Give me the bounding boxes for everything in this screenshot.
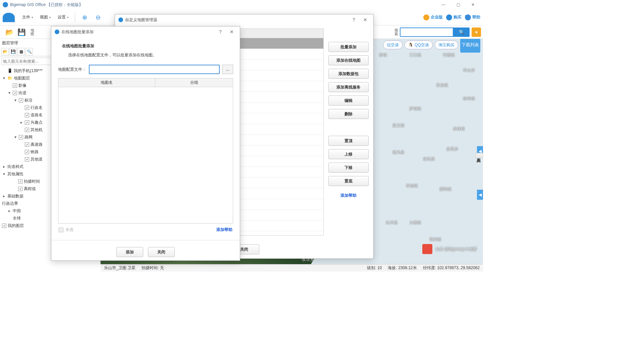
- status-time: 拍摄时间: 无: [142, 265, 164, 271]
- map-place-label: 简州镇: [429, 237, 441, 242]
- window-titlebar: Bigemap GIS Office 【已授权：全能版】 ― ▢ ✕: [0, 0, 483, 9]
- brand-logo-icon: [3, 13, 15, 22]
- separator: [75, 13, 75, 22]
- add-online-button[interactable]: 添加在线地图: [328, 55, 369, 65]
- manager-help-icon[interactable]: ?: [349, 15, 359, 24]
- move-up-button[interactable]: 上移: [328, 149, 369, 159]
- watermark: 头条 @Bigemap大地图: [422, 244, 476, 254]
- map-place-label: 三江镇: [409, 52, 421, 58]
- help-link[interactable]: ?帮助: [465, 14, 480, 20]
- map-label: 地 图: [29, 28, 36, 36]
- add-help-link[interactable]: 添加帮助: [216, 227, 232, 233]
- map-place-label: 罗城镇: [409, 106, 421, 112]
- search-label: 搜 索: [394, 28, 400, 36]
- manager-help-link[interactable]: 添加帮助: [328, 193, 369, 198]
- search-button[interactable]: 🔍: [453, 27, 470, 37]
- add-confirm-button[interactable]: 添加: [116, 247, 143, 257]
- add-help-icon[interactable]: ?: [216, 27, 225, 37]
- download-list-button[interactable]: 下载列表: [460, 39, 480, 53]
- menu-settings[interactable]: 设置▾: [55, 13, 71, 21]
- manager-title: 自定义地图管理器: [125, 17, 157, 23]
- add-table: 地图名 分组: [58, 78, 233, 224]
- zoom-out-icon[interactable]: ⊖: [92, 11, 104, 23]
- favorite-button[interactable]: ★: [472, 27, 481, 37]
- buy-link[interactable]: 购买: [446, 14, 462, 20]
- manager-close-icon[interactable]: ✕: [361, 15, 370, 24]
- menu-file[interactable]: 文件▾: [19, 13, 36, 21]
- window-title: Bigemap GIS Office 【已授权：全能版】: [10, 2, 83, 8]
- collapse-arrow-icon-2[interactable]: ◀: [477, 190, 483, 200]
- add-dialog-title: 在线地图批量添加: [61, 29, 94, 35]
- col-mapname: 地图名: [58, 78, 155, 87]
- map-place-label: 桥镇: [379, 52, 387, 58]
- edit-button[interactable]: 编辑: [328, 96, 369, 106]
- status-location: 乐山市_卫图 卫星: [104, 265, 136, 271]
- save-icon[interactable]: 💾: [17, 27, 26, 37]
- search-group: 搜 索 🔍: [394, 27, 470, 37]
- open-folder-icon[interactable]: 📂: [5, 27, 14, 37]
- zoom-in-icon[interactable]: ⊕: [78, 11, 91, 23]
- browse-button[interactable]: ...: [222, 65, 233, 74]
- select-tool-icon[interactable]: ▦: [17, 48, 25, 55]
- map-place-label: 金花乡: [446, 146, 458, 152]
- map-place-label: 大楠镇: [409, 220, 421, 226]
- add-subtitle: 选择在线地图配置文件，可以批量添加在线地图。: [58, 52, 233, 65]
- status-bar: 乐山市_卫图 卫星 拍摄时间: 无 级别: 10 海拔: 2308.12米 经纬…: [101, 264, 483, 272]
- select-all-label: 全选: [65, 227, 73, 233]
- map-place-label: 东佳镇: [453, 126, 465, 132]
- search-input[interactable]: [400, 27, 453, 37]
- taobao-button[interactable]: 淘宝购买: [435, 41, 458, 49]
- qq-button[interactable]: 🐧QQ交谈: [405, 41, 433, 49]
- map-place-label: 新民镇: [439, 186, 451, 192]
- batch-add-dialog: 在线地图批量添加 ? ✕ 在线地图批量添加 选择在线地图配置文件，可以批量添加在…: [51, 26, 240, 261]
- add-offline-button[interactable]: 添加离线服务: [328, 82, 369, 92]
- status-altitude: 海拔: 2308.12米: [388, 265, 417, 271]
- save-tool-icon[interactable]: 💾: [9, 48, 17, 55]
- status-coords: 经纬度: 102.978973, 29.582062: [423, 265, 480, 271]
- add-close-icon[interactable]: ✕: [227, 27, 236, 37]
- move-top-button[interactable]: 置顶: [328, 136, 369, 146]
- status-level: 级别: 10: [367, 265, 382, 271]
- move-down-button[interactable]: 下移: [328, 163, 369, 173]
- tool-list-tab[interactable]: 工具列表: [476, 153, 483, 158]
- wechat-button[interactable]: 信交谈: [383, 41, 402, 49]
- minimize-button[interactable]: ―: [436, 0, 451, 9]
- map-place-label: 旦佳镇: [436, 82, 448, 88]
- search-tool-icon[interactable]: 🔍: [25, 48, 33, 55]
- open-tool-icon[interactable]: 📂: [1, 48, 9, 55]
- map-place-label: 健为县: [392, 149, 405, 155]
- map-place-label: 保华镇: [463, 96, 475, 102]
- map-place-label: 定文镇: [392, 123, 405, 128]
- move-bottom-button[interactable]: 置底: [328, 176, 369, 186]
- select-all-checkbox[interactable]: [59, 228, 63, 232]
- map-place-label: 长山乡: [463, 67, 475, 73]
- close-button[interactable]: ✕: [466, 0, 480, 9]
- map-place-label: 沐川县: [386, 220, 398, 226]
- enterprise-link[interactable]: 企业版: [423, 14, 443, 20]
- add-close-button[interactable]: 关闭: [148, 247, 175, 257]
- maximize-button[interactable]: ▢: [451, 0, 466, 9]
- menu-view[interactable]: 视图▾: [37, 13, 54, 21]
- dialog-logo-icon: [55, 29, 59, 34]
- map-place-label: 龙孔镇: [423, 156, 435, 162]
- map-place-label: 孝姑镇: [406, 183, 418, 189]
- add-heading: 在线地图批量添加: [58, 41, 233, 52]
- col-group: 分组: [155, 78, 233, 87]
- dialog-logo-icon: [118, 17, 123, 22]
- config-file-label: 地图配置文件：: [58, 67, 86, 72]
- map-place-label: 竹园镇: [443, 52, 455, 58]
- config-file-input[interactable]: [89, 65, 220, 74]
- app-logo-icon: [3, 2, 8, 7]
- batch-add-button[interactable]: 批量添加: [328, 42, 369, 52]
- delete-button[interactable]: 删除: [328, 109, 369, 119]
- add-data-button[interactable]: 添加数据包: [328, 69, 369, 79]
